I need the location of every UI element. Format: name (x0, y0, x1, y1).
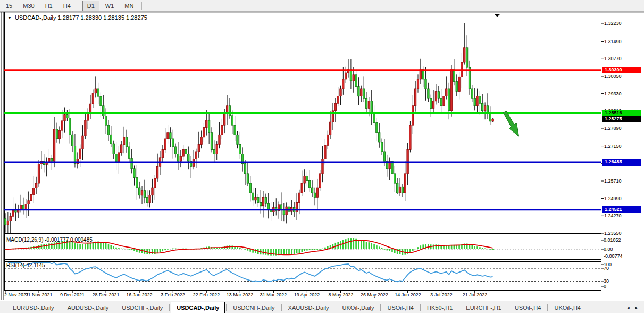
macd-bar (85, 244, 86, 249)
tab-usdcnh-daily[interactable]: USDCNH-,Daily (228, 302, 280, 313)
bull-candle (340, 89, 341, 96)
tab-eurusd-daily[interactable]: EURUSD-,Daily (7, 302, 60, 313)
macd-bar (133, 249, 135, 251)
macd-bar (391, 249, 393, 252)
bull-candle (412, 106, 414, 125)
bear-candle (177, 154, 179, 162)
macd-bar (376, 245, 378, 249)
bear-candle (355, 75, 357, 87)
tab-scroll-arrows: ◄► (624, 306, 644, 313)
tab-separator (169, 304, 170, 311)
bull-candle (353, 75, 354, 81)
macd-bar (82, 244, 83, 249)
tab-hk50-h1[interactable]: HK50-,H1 (422, 302, 458, 313)
bull-candle (255, 197, 256, 200)
bull-candle (409, 125, 411, 149)
macd-bar (332, 244, 334, 249)
macd-bar (103, 242, 104, 249)
bull-candle (446, 89, 447, 96)
bull-candle (322, 159, 323, 174)
bear-candle (383, 152, 385, 161)
date-axis-label: 13 Mar 2022 (227, 292, 254, 298)
bear-candle (394, 174, 396, 183)
bull-candle (492, 119, 494, 121)
tab-xauusd-daily[interactable]: XAUUSD-,Daily (283, 302, 334, 313)
bull-candle (484, 106, 486, 111)
bear-candle (425, 79, 426, 89)
tab-separator (226, 304, 227, 311)
bear-candle (4, 219, 6, 225)
macd-bar (415, 249, 416, 249)
symbol-dropdown-icon[interactable]: ▼ (7, 15, 12, 20)
bear-candle (172, 139, 174, 147)
tab-separator (281, 304, 282, 311)
price-tag-support-blue-line-1: 1.26485 (602, 159, 641, 166)
tab-scroll-right-icon[interactable]: ► (634, 306, 639, 310)
macd-bar (170, 249, 171, 249)
price-axis-label: 1.25710 (604, 178, 622, 184)
bull-candle (25, 204, 27, 210)
bear-candle (239, 144, 241, 154)
bull-candle (36, 183, 37, 188)
macd-bar (314, 249, 316, 250)
bull-candle (58, 130, 60, 139)
tab-ukoil-h4[interactable]: UKOil-,H4 (549, 302, 586, 313)
bull-candle (38, 164, 39, 183)
bull-candle (464, 48, 465, 62)
macd-bar (164, 249, 166, 250)
macd-bar (121, 249, 122, 249)
bull-candle (180, 156, 181, 161)
price-axis-label: 1.30770 (604, 56, 622, 61)
price-axis-label: 1.24990 (604, 196, 622, 201)
macd-axis-label: 0.00 (604, 246, 613, 252)
macd-bar (322, 249, 323, 249)
bear-candle (74, 146, 76, 164)
macd-bar (294, 249, 295, 254)
macd-bar (126, 249, 128, 249)
macd-bar (436, 244, 437, 249)
macd-bar (417, 247, 419, 249)
tab-scroll-left-icon[interactable]: ◄ (626, 306, 630, 310)
tab-separator (61, 304, 61, 311)
bear-candle (487, 106, 488, 113)
tab-ukoil-daily[interactable]: UKOil-,Daily (337, 302, 380, 313)
macd-bar (306, 249, 308, 251)
bear-candle (100, 96, 102, 106)
macd-bar (420, 245, 422, 249)
macd-bar (172, 249, 174, 250)
macd-bar (288, 249, 290, 254)
date-axis-label: 19 Apr 2022 (294, 292, 320, 298)
macd-bar (79, 244, 81, 249)
bear-candle (466, 48, 467, 67)
macd-bar (379, 246, 380, 249)
date-axis-label: 22 Feb 2022 (193, 292, 220, 298)
price-tag-current-price-line: 1.28275 (602, 116, 641, 122)
bear-candle (391, 161, 393, 174)
macd-bar (48, 243, 50, 249)
bear-candle (71, 135, 73, 146)
bear-candle (15, 210, 16, 212)
tab-usdchf-daily[interactable]: USDCHF-,Daily (116, 302, 168, 313)
bear-candle (365, 98, 367, 108)
tab-usdcad-daily[interactable]: USDCAD-,Daily (171, 302, 225, 313)
bull-candle (121, 145, 122, 153)
tab-separator (459, 304, 459, 311)
bear-candle (170, 133, 171, 139)
tab-eurchf-h1[interactable]: EURCHF-,H1 (461, 302, 507, 313)
tab-audusd-daily[interactable]: AUDUSD-,Daily (62, 302, 114, 313)
bear-candle (440, 98, 442, 106)
bear-candle (131, 158, 132, 169)
bull-candle (53, 129, 55, 161)
macd-bar (286, 249, 287, 254)
bull-candle (64, 115, 65, 121)
bull-candle (404, 174, 406, 193)
macd-bar (412, 249, 414, 251)
bull-candle (152, 188, 153, 195)
tab-usoil-h4[interactable]: USOil-,H4 (382, 302, 419, 313)
rsi-axis-label: 0 (604, 284, 606, 289)
down-right-arrow-annotation[interactable] (504, 111, 519, 137)
bull-candle (319, 174, 321, 188)
bull-candle (33, 188, 35, 195)
bull-candle (324, 145, 326, 159)
tab-usoil-h4[interactable]: USOil-,H4 (509, 302, 547, 313)
